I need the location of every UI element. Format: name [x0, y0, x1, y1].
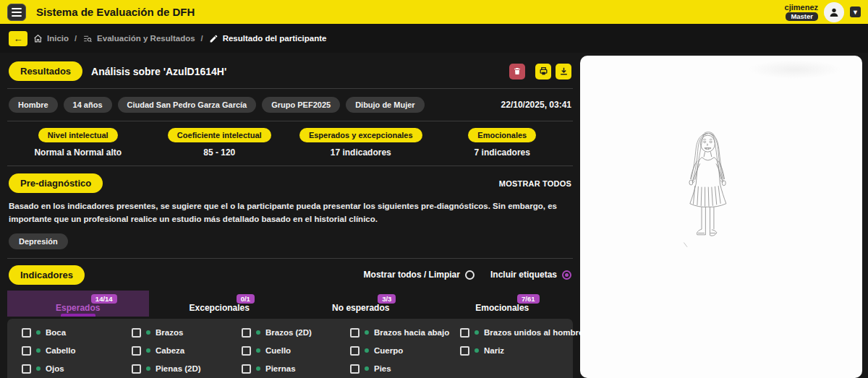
- download-icon: [559, 66, 569, 76]
- indicator-tabs: 14/14 Esperados 0/1 Excepcionales 3/3 No…: [7, 291, 573, 317]
- print-button[interactable]: [535, 64, 551, 80]
- user-area: cjimenez Master ▼: [785, 2, 861, 22]
- download-button[interactable]: [556, 64, 571, 80]
- breadcrumb-label: Inicio: [47, 34, 69, 43]
- indicator-item[interactable]: Brazos unidos al hombro: [460, 328, 584, 338]
- green-dot-icon: [256, 366, 260, 371]
- tab-count-badge: 7/61: [517, 294, 540, 304]
- checkbox-icon[interactable]: [460, 328, 469, 338]
- trash-icon: [513, 66, 522, 76]
- indicator-item[interactable]: Pies: [350, 364, 460, 374]
- tab-esperados[interactable]: 14/14 Esperados: [7, 291, 149, 317]
- checkbox-icon[interactable]: [350, 364, 359, 374]
- breadcrumb-separator: /: [201, 34, 203, 43]
- indicator-item[interactable]: Piernas: [242, 364, 350, 374]
- indicator-item[interactable]: Brazos (2D): [242, 328, 350, 338]
- chip-gender: Hombre: [9, 97, 58, 113]
- green-dot-icon: [475, 330, 479, 335]
- toolbar: [509, 64, 571, 80]
- indicator-label: Pies: [374, 364, 391, 373]
- breadcrumb-item-inicio[interactable]: Inicio: [33, 34, 69, 43]
- drawing-panel: [580, 56, 862, 378]
- indicator-item[interactable]: Cabeza: [132, 346, 242, 356]
- checkbox-icon[interactable]: [22, 364, 31, 374]
- checkbox-icon[interactable]: [350, 328, 359, 338]
- checkbox-icon[interactable]: [242, 328, 251, 338]
- chip-group: Grupo PEF2025: [262, 97, 340, 113]
- show-all-button[interactable]: MOSTRAR TODOS: [499, 179, 571, 188]
- checkbox-icon[interactable]: [242, 364, 251, 374]
- active-tab-indicator: [61, 314, 95, 317]
- checkbox-icon[interactable]: [22, 328, 31, 338]
- indicator-item[interactable]: Brazos hacia abajo: [350, 328, 460, 338]
- tab-excepcionales[interactable]: 0/1 Excepcionales: [149, 291, 291, 317]
- green-dot-icon: [146, 348, 150, 353]
- stat-label: Esperados y excepcionales: [299, 128, 422, 142]
- radio-checked-icon[interactable]: [562, 270, 571, 280]
- back-button[interactable]: ←: [9, 31, 27, 46]
- green-dot-icon: [36, 348, 41, 353]
- tab-label: Excepcionales: [190, 303, 250, 313]
- timestamp: 22/10/2025, 03:41: [501, 100, 571, 110]
- participant-chips: Hombre 14 años Ciudad San Pedro Garza Ga…: [9, 97, 571, 113]
- stat-label: Nivel intelectual: [38, 128, 118, 142]
- breadcrumb-item-evaluacion[interactable]: Evaluación y Resultados: [82, 34, 195, 43]
- indicator-item[interactable]: Cuerpo: [350, 346, 460, 356]
- indicator-label: Brazos unidos al hombro: [484, 328, 584, 337]
- indicator-label: Cabeza: [156, 346, 184, 355]
- indicator-item[interactable]: Nariz: [460, 346, 584, 356]
- tab-emocionales[interactable]: 7/61 Emocionales: [432, 291, 574, 317]
- stat-value: Normal a Normal alto: [34, 147, 122, 158]
- divider: [7, 88, 573, 89]
- results-header: Resultados Análisis sobre 'AzulD1614H': [9, 61, 571, 81]
- diagnosis-chip: Depresión: [9, 233, 68, 249]
- indicator-label: Brazos hacia abajo: [374, 328, 449, 337]
- indicators-header: Indicadores Mostrar todos / Limpiar Incl…: [9, 265, 571, 285]
- person-icon: [828, 7, 840, 18]
- checkbox-icon[interactable]: [22, 346, 31, 356]
- analysis-title: Análisis sobre 'AzulD1614H': [91, 66, 226, 77]
- include-labels-control[interactable]: Incluir etiquetas: [490, 270, 571, 280]
- participant-drawing: [673, 105, 745, 275]
- indicator-item[interactable]: Brazos: [132, 328, 242, 338]
- checkbox-icon[interactable]: [350, 346, 359, 356]
- stat-intellectual-level: Nivel intelectual Normal a Normal alto: [7, 128, 149, 158]
- green-dot-icon: [36, 366, 41, 371]
- indicator-item[interactable]: Ojos: [22, 364, 132, 374]
- user-meta: cjimenez Master: [785, 3, 818, 22]
- chip-drawing-type: Dibujo de Mujer: [346, 97, 425, 113]
- prediagnosis-badge: Pre-diagnóstico: [9, 173, 103, 193]
- checkbox-icon[interactable]: [132, 364, 141, 374]
- scan-smudge: [748, 60, 842, 79]
- avatar[interactable]: [824, 2, 844, 22]
- app-title: Sistema de Evaluación de DFH: [36, 6, 195, 18]
- menu-icon[interactable]: [7, 4, 26, 21]
- prediagnosis-description: Basado en los indicadores presentes, se …: [9, 199, 566, 226]
- tab-no-esperados[interactable]: 3/3 No esperados: [290, 291, 432, 317]
- indicator-item[interactable]: Pienas (2D): [132, 364, 242, 374]
- checkbox-icon[interactable]: [460, 346, 469, 356]
- checkbox-icon[interactable]: [132, 346, 141, 356]
- indicator-label: Cuello: [265, 346, 291, 355]
- chevron-down-icon[interactable]: ▼: [850, 7, 861, 17]
- indicator-item[interactable]: Cabello: [22, 346, 132, 356]
- indicator-label: Cabello: [46, 346, 76, 355]
- delete-button[interactable]: [509, 64, 525, 80]
- indicator-item[interactable]: Boca: [22, 328, 132, 338]
- indicator-label: Brazos: [156, 328, 183, 337]
- main-content: Resultados Análisis sobre 'AzulD1614H' H…: [0, 53, 868, 378]
- indicator-label: Ojos: [46, 364, 64, 373]
- list-search-icon: [82, 34, 93, 43]
- tab-label: Emocionales: [475, 303, 529, 313]
- checkbox-icon[interactable]: [242, 346, 251, 356]
- breadcrumb-label: Evaluación y Resultados: [97, 34, 195, 43]
- indicator-checklist: Boca Brazos Brazos (2D) Brazos hacia aba…: [7, 319, 573, 378]
- indicator-label: Pienas (2D): [156, 364, 201, 373]
- show-all-clear-control[interactable]: Mostrar todos / Limpiar: [364, 270, 475, 280]
- checkbox-icon[interactable]: [132, 328, 141, 338]
- radio-unchecked-icon[interactable]: [465, 270, 475, 280]
- indicator-item[interactable]: Cuello: [242, 346, 350, 356]
- indicator-label: Cuerpo: [374, 346, 403, 355]
- breadcrumb-label: Resultado del participante: [223, 34, 327, 43]
- green-dot-icon: [256, 348, 260, 353]
